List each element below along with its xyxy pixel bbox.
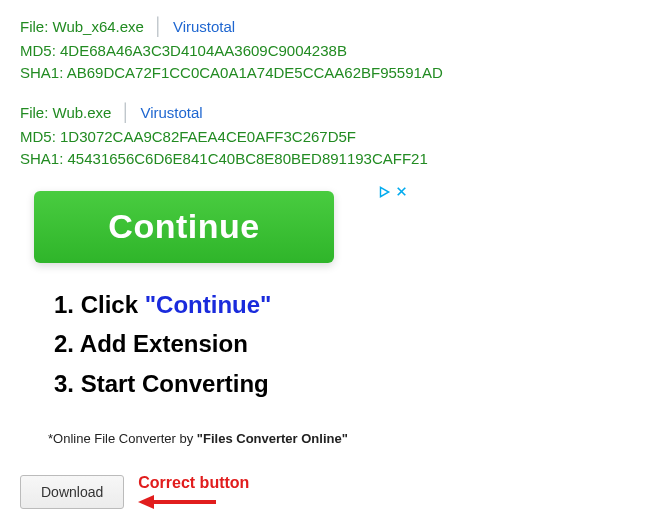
separator: │	[153, 17, 164, 36]
svg-marker-0	[381, 187, 389, 196]
download-button[interactable]: Download	[20, 475, 124, 509]
ad-continue-label: Continue	[108, 207, 259, 246]
md5-label: MD5:	[20, 42, 56, 59]
file-info-block: File: Wub_x64.exe │ Virustotal MD5: 4DE6…	[20, 15, 650, 83]
file-name: Wub_x64.exe	[53, 18, 144, 35]
sha1-value: AB69DCA72F1CC0CA0A1A74DE5CCAA62BF95591AD	[67, 64, 443, 81]
virustotal-link[interactable]: Virustotal	[140, 104, 202, 121]
md5-value: 4DE68A46A3C3D4104AA3609C9004238B	[60, 42, 347, 59]
ad-steps: 1. Click "Continue" 2. Add Extension 3. …	[54, 285, 394, 404]
ad-step-2: 2. Add Extension	[54, 324, 394, 364]
file-label: File:	[20, 18, 48, 35]
md5-value: 1D3072CAA9C82FAEA4CE0AFF3C267D5F	[60, 128, 356, 145]
sha1-label: SHA1:	[20, 64, 63, 81]
download-label: Download	[41, 484, 103, 500]
file-label: File:	[20, 104, 48, 121]
adchoices-icon[interactable]	[377, 185, 391, 199]
correct-button-callout: Correct button	[138, 474, 249, 510]
ad-step-1: 1. Click "Continue"	[54, 285, 394, 325]
close-ad-icon[interactable]	[395, 185, 408, 198]
sha1-label: SHA1:	[20, 150, 63, 167]
ad-disclaimer: *Online File Converter by "Files Convert…	[48, 431, 394, 446]
arrow-left-icon	[138, 494, 218, 510]
advertisement-block: Continue 1. Click "Continue" 2. Add Exte…	[34, 191, 394, 447]
virustotal-link[interactable]: Virustotal	[173, 18, 235, 35]
ad-step-3: 3. Start Converting	[54, 364, 394, 404]
file-info-block: File: Wub.exe │ Virustotal MD5: 1D3072CA…	[20, 101, 650, 169]
separator: │	[121, 103, 132, 122]
ad-continue-button[interactable]: Continue	[34, 191, 334, 263]
file-name: Wub.exe	[53, 104, 112, 121]
svg-marker-4	[138, 495, 154, 509]
callout-text: Correct button	[138, 474, 249, 492]
sha1-value: 45431656C6D6E841C40BC8E80BED891193CAFF21	[68, 150, 428, 167]
md5-label: MD5:	[20, 128, 56, 145]
